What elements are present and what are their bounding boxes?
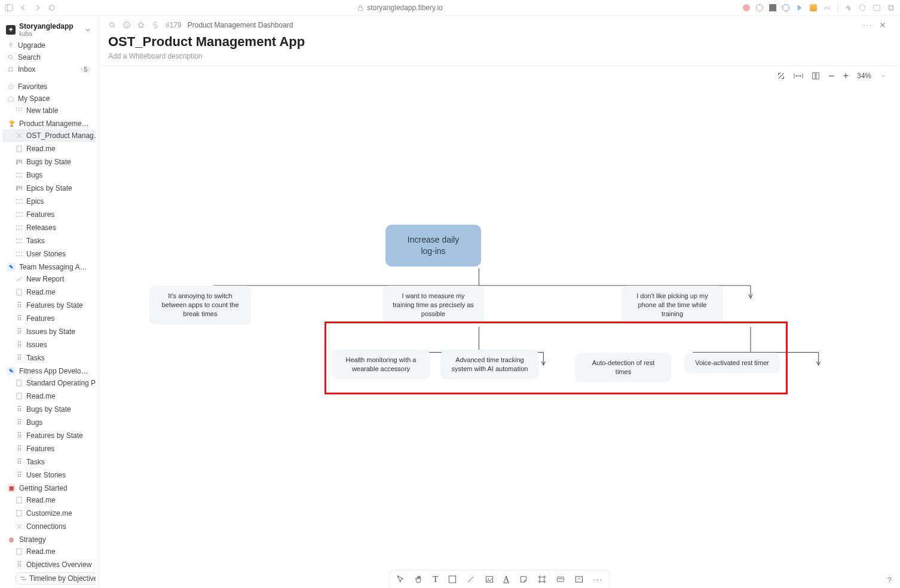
sidebar-item[interactable]: Epics: [2, 195, 96, 208]
workspace-switcher[interactable]: ✦ Storyangledapp kuba: [2, 20, 96, 39]
breadcrumb[interactable]: Product Management Dashboard: [188, 21, 293, 29]
forward-icon[interactable]: [33, 4, 42, 12]
page-title[interactable]: OST_Product Management App: [108, 34, 887, 50]
sidebar-space-pm[interactable]: 🏆 Product Management Das…: [2, 117, 96, 129]
back-icon[interactable]: [19, 4, 27, 12]
layout-icon[interactable]: [812, 72, 820, 80]
diagram-node[interactable]: I don't like picking up my phone all the…: [622, 286, 723, 324]
sidebar-item[interactable]: ⠿Bugs by State: [2, 403, 96, 416]
sidebar-item-ost-product[interactable]: OST_Product Manag…: [2, 129, 96, 142]
text-tool-icon[interactable]: T: [433, 574, 438, 584]
sidebar-item[interactable]: Bugs by State: [2, 155, 96, 169]
ext-icon-4[interactable]: [782, 4, 789, 11]
annotate-tool-icon[interactable]: A: [503, 575, 509, 584]
sidebar-item[interactable]: ⠿Issues: [2, 338, 96, 351]
search-button[interactable]: [108, 21, 117, 29]
grid-icon: ⠿: [16, 419, 23, 426]
sidebar-item[interactable]: ⠿Issues by State: [2, 325, 96, 338]
sidebar-item[interactable]: Customize.me: [2, 507, 96, 520]
sidebar-item[interactable]: ⠿Objectives Overview: [2, 558, 96, 571]
sidebar-item[interactable]: Read.me: [2, 494, 96, 507]
sidebar-item[interactable]: Connections: [2, 520, 96, 533]
sidebar-item[interactable]: User Stories: [2, 247, 96, 261]
refresh-icon[interactable]: [48, 4, 56, 12]
diagram-node[interactable]: Voice-activated rest timer: [684, 353, 780, 373]
diagram-node[interactable]: Advanced time tracking system with AI au…: [440, 350, 539, 379]
sidebar-item[interactable]: Standard Operating P…: [2, 376, 96, 390]
sidebar-upgrade[interactable]: Upgrade: [2, 39, 96, 51]
ext-icon-1[interactable]: [743, 4, 750, 11]
window-icon[interactable]: [873, 4, 881, 12]
fit-width-icon[interactable]: [794, 72, 803, 80]
sidebar: ✦ Storyangledapp kuba Upgrade Search Inb…: [0, 16, 99, 588]
ext-icon-6[interactable]: [810, 4, 817, 11]
sidebar-item[interactable]: ⠿Bugs: [2, 416, 96, 429]
chevron-down-icon[interactable]: [84, 26, 92, 34]
ext-icon-5[interactable]: [795, 4, 804, 12]
url-text[interactable]: storyangledapp.fibery.io: [367, 4, 443, 12]
sidebar-item[interactable]: Read.me: [2, 390, 96, 403]
sidebar-item[interactable]: Bugs: [2, 169, 96, 182]
sidebar-space-team[interactable]: ✎ Team Messaging App Dev…: [2, 261, 96, 272]
sidebar-space-strategy[interactable]: ◎ Strategy: [2, 533, 96, 545]
sidebar-item[interactable]: Timeline by Objective: [2, 571, 96, 586]
sidebar-item[interactable]: ⠿Features by State: [2, 299, 96, 312]
panel-toggle-icon[interactable]: [5, 4, 13, 12]
description-input[interactable]: Add a Whiteboard description: [108, 50, 887, 62]
diagram-node[interactable]: It's annoying to switch between apps to …: [149, 286, 251, 324]
more-button[interactable]: ···: [863, 21, 873, 29]
shield-icon[interactable]: [858, 4, 867, 12]
sidebar-inbox[interactable]: Inbox 5: [2, 63, 96, 75]
copy-icon[interactable]: [887, 4, 895, 12]
sidebar-space-getting-started[interactable]: ▦ Getting Started: [2, 482, 96, 494]
sidebar-item[interactable]: Features: [2, 208, 96, 221]
pointer-tool-icon[interactable]: [396, 575, 405, 584]
whiteboard-canvas[interactable]: Increase daily log-ins It's annoying to …: [99, 66, 900, 588]
sidebar-item[interactable]: ⠿Features: [2, 442, 96, 455]
diagram-node[interactable]: I want to measure my training time as pr…: [382, 286, 484, 324]
sidebar-item[interactable]: Releases: [2, 221, 96, 234]
sidebar-item[interactable]: New Report: [2, 272, 96, 286]
diagram-node[interactable]: Health monitoring with a wearable access…: [332, 350, 430, 379]
emoji-button[interactable]: [123, 21, 131, 29]
star-button[interactable]: [137, 21, 145, 29]
sticky-tool-icon[interactable]: [519, 575, 528, 584]
sidebar-item[interactable]: ⠿Tasks: [2, 455, 96, 468]
ext-icon-7[interactable]: [823, 4, 831, 12]
sidebar-item[interactable]: ⠿Features by State: [2, 429, 96, 442]
diagram-node[interactable]: Auto-detection of rest times: [575, 353, 671, 382]
zoom-menu-chevron-icon[interactable]: [880, 72, 887, 79]
zoom-out-button[interactable]: −: [828, 72, 835, 79]
link-button[interactable]: [151, 21, 160, 29]
sidebar-space-fitness[interactable]: ✎ Fitness App Development…: [2, 365, 96, 376]
diagram-node-root[interactable]: Increase daily log-ins: [385, 225, 481, 267]
ext-icon-2[interactable]: [756, 4, 763, 11]
ext-icon-3[interactable]: [769, 4, 776, 11]
expand-icon[interactable]: [777, 72, 785, 80]
shape-tool-icon[interactable]: [448, 575, 457, 584]
sidebar-item[interactable]: Read.me: [2, 286, 96, 299]
hand-tool-icon[interactable]: [414, 575, 423, 584]
sidebar-item[interactable]: Read.me: [2, 142, 96, 155]
card-tool-icon[interactable]: [556, 575, 565, 584]
sidebar-item[interactable]: Read.me: [2, 545, 96, 558]
sidebar-item[interactable]: ⠿User Stories: [2, 468, 96, 482]
zoom-in-button[interactable]: +: [843, 72, 849, 79]
more-tools-icon[interactable]: ···: [593, 575, 603, 584]
close-button[interactable]: [878, 21, 887, 29]
line-tool-icon[interactable]: [466, 575, 475, 584]
ext-icon-8[interactable]: [844, 4, 852, 12]
sidebar-item[interactable]: Tasks: [2, 234, 96, 247]
sidebar-item[interactable]: ⠿Tasks: [2, 351, 96, 365]
sidebar-favorites[interactable]: Favorites: [2, 80, 96, 92]
zoom-level[interactable]: 34%: [857, 72, 871, 80]
sidebar-search[interactable]: Search: [2, 51, 96, 63]
frame-tool-icon[interactable]: [537, 575, 546, 584]
embed-tool-icon[interactable]: [574, 575, 583, 584]
help-button[interactable]: ?: [887, 575, 892, 584]
sidebar-item[interactable]: ⠿Features: [2, 312, 96, 325]
sidebar-myspace[interactable]: My Space: [2, 92, 96, 104]
image-tool-icon[interactable]: [485, 575, 494, 584]
sidebar-item-new-table[interactable]: New table: [2, 104, 96, 117]
sidebar-item[interactable]: Epics by State: [2, 182, 96, 195]
